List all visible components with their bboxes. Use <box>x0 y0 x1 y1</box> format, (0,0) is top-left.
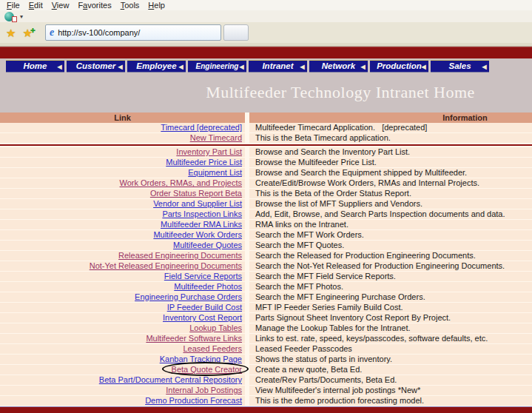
toolbar: ▾ <box>0 10 532 22</box>
table-row: Kanban Tracking PageShows the status of … <box>0 355 532 365</box>
add-favorite-icon[interactable]: ★✚ <box>22 27 32 38</box>
row-link-cell: Multifeeder Software Links <box>0 334 245 344</box>
link-beta-part-document-central-repository[interactable]: Beta Part/Document Central Repository <box>99 375 242 384</box>
nav-employee[interactable]: Employee◄ <box>127 60 186 72</box>
row-info: Manage the Lookup Tables for the Intrane… <box>249 323 532 334</box>
table-row: Multifeeder Software LinksLinks to est. … <box>0 334 532 344</box>
row-info: Multifeeder Timecard Application. [depre… <box>249 123 532 133</box>
url-text[interactable]: http://sv-100/company/ <box>58 28 140 37</box>
link-parts-inspection-links[interactable]: Parts Inspection Links <box>162 209 242 218</box>
table-row: Inventory Cost ReportParts Signout Sheet… <box>0 313 532 323</box>
page-badge-icon <box>12 16 17 22</box>
nav-sales[interactable]: Sales◄ <box>431 60 489 72</box>
row-link-cell: Leased Feeders <box>0 344 245 355</box>
dropdown-caret-icon[interactable]: ▾ <box>20 13 23 20</box>
page-content: Home◄Customer◄Employee◄Engineering◄Intra… <box>0 47 532 413</box>
row-info: Search the MFT Photos. <box>249 282 532 292</box>
table-row: Leased FeedersLeased Feeder Passcodes <box>0 344 532 355</box>
row-link-cell: Engineering Purchase Orders <box>0 292 245 303</box>
menu-bar: FileEditViewFavoritesToolsHelp <box>0 0 532 10</box>
menu-help[interactable]: Help <box>144 0 169 10</box>
address-row: ★ ★✚ e http://sv-100/company/ <box>0 22 532 43</box>
row-link-cell: Parts Inspection Links <box>0 209 245 220</box>
table-row: Equipment ListBrowse and Search the Equi… <box>0 168 532 178</box>
link-multifeeder-work-orders[interactable]: Multifeeder Work Orders <box>153 230 242 239</box>
link-inventory-cost-report[interactable]: Inventory Cost Report <box>163 313 242 322</box>
menu-tools[interactable]: Tools <box>116 0 144 10</box>
link-kanban-tracking-page[interactable]: Kanban Tracking Page <box>160 355 242 363</box>
link-not-yet-released-engineering-documents[interactable]: Not-Yet Released Engineering Documents <box>90 261 242 270</box>
table-row: Order Status Report BetaThis is the Beta… <box>0 189 532 199</box>
link-multifeeder-quotes[interactable]: Multifeeder Quotes <box>173 241 242 249</box>
table-row: Timecard [deprecated]Multifeeder Timecar… <box>0 123 532 133</box>
nav-label: Sales <box>448 61 471 72</box>
row-info: Create a new quote, Beta Ed. <box>249 365 532 375</box>
nav-intranet[interactable]: Intranet◄ <box>249 60 307 72</box>
row-link-cell: IP Feeder Build Cost <box>0 303 245 313</box>
link-beta-quote-creator[interactable]: Beta Quote Creator <box>172 365 242 374</box>
row-info: Links to est. rate, speed, keys/passcode… <box>249 334 532 344</box>
link-multifeeder-software-links[interactable]: Multifeeder Software Links <box>146 334 242 343</box>
link-leased-feeders[interactable]: Leased Feeders <box>183 344 243 353</box>
table-row: Multifeeder Price ListBrowse the Multife… <box>0 158 532 168</box>
favorites-star-icon[interactable]: ★ <box>6 27 16 38</box>
link-engineering-purchase-orders[interactable]: Engineering Purchase Orders <box>135 292 242 301</box>
page-title: Multifeeder Technology Intranet Home <box>0 73 532 102</box>
table-row: Inventory Part ListBrowse and Search the… <box>0 147 532 158</box>
link-order-status-report-beta[interactable]: Order Status Report Beta <box>150 189 242 198</box>
link-internal-job-postings[interactable]: Internal Job Postings <box>166 386 242 394</box>
row-info: This is the demo production forecasting … <box>249 396 532 406</box>
link-field-service-reports[interactable]: Field Service Reports <box>164 272 242 281</box>
menu-view[interactable]: View <box>47 0 74 10</box>
row-link-cell: Beta Quote Creator <box>0 365 245 375</box>
top-banner <box>0 47 532 58</box>
table-row: Vendor and Supplier ListBrowse the list … <box>0 199 532 209</box>
table-row: Work Orders, RMAs, and ProjectsCreate/Ed… <box>0 178 532 189</box>
link-demo-production-forecast[interactable]: Demo Production Forecast <box>145 396 242 405</box>
link-timecard-deprecated[interactable]: Timecard [deprecated] <box>161 123 242 132</box>
table-row: IP Feeder Build CostMFT IP Feeder Series… <box>0 303 532 313</box>
nav-engineering[interactable]: Engineering◄ <box>188 60 246 72</box>
row-link-cell: Timecard [deprecated] <box>0 123 245 133</box>
nav-label: Network <box>322 61 355 72</box>
row-link-cell: Multifeeder Photos <box>0 282 245 292</box>
link-equipment-list[interactable]: Equipment List <box>188 168 242 177</box>
row-info: Leased Feeder Passcodes <box>249 344 532 355</box>
link-multifeeder-rma-links[interactable]: Multifeeder RMA Links <box>161 220 242 229</box>
menu-edit[interactable]: Edit <box>24 0 47 10</box>
row-info: Create/Rev Parts/Documents, Beta Ed. <box>249 375 532 386</box>
address-bar[interactable]: e http://sv-100/company/ <box>45 24 221 41</box>
new-tab-button[interactable] <box>223 24 249 41</box>
row-link-cell: Demo Production Forecast <box>0 396 245 406</box>
row-info: Search the MFT Work Orders. <box>249 230 532 241</box>
link-vendor-and-supplier-list[interactable]: Vendor and Supplier List <box>153 199 242 208</box>
table-row: Parts Inspection LinksAdd, Edit, Browse,… <box>0 209 532 220</box>
left-arrow-icon: ◄ <box>55 61 64 72</box>
link-new-timecard[interactable]: New Timecard <box>190 133 242 142</box>
page-icon-button[interactable] <box>4 12 16 21</box>
link-inventory-part-list[interactable]: Inventory Part List <box>176 147 242 156</box>
menu-file[interactable]: File <box>2 0 24 10</box>
nav-label: Home <box>24 61 47 72</box>
row-info: RMA links on the Intranet. <box>249 220 532 230</box>
nav-home[interactable]: Home◄ <box>6 60 64 72</box>
nav-network[interactable]: Network◄ <box>309 60 368 72</box>
plus-icon: ✚ <box>30 25 36 36</box>
menu-favorites[interactable]: Favorites <box>73 0 115 10</box>
left-arrow-icon: ◄ <box>238 61 246 72</box>
nav-customer[interactable]: Customer◄ <box>67 60 125 72</box>
left-arrow-icon: ◄ <box>298 61 306 72</box>
link-multifeeder-photos[interactable]: Multifeeder Photos <box>174 282 242 291</box>
row-info: Search the MFT Engineering Purchase Orde… <box>249 292 532 303</box>
link-work-orders-rmas-and-projects[interactable]: Work Orders, RMAs, and Projects <box>120 178 242 187</box>
nav-label: Engineering <box>196 61 239 72</box>
row-info: Browse the Multifeeder Price List. <box>249 158 532 168</box>
link-lookup-tables[interactable]: Lookup Tables <box>189 323 242 332</box>
nav-production[interactable]: Production◄ <box>370 60 428 72</box>
link-ip-feeder-build-cost[interactable]: IP Feeder Build Cost <box>167 303 242 312</box>
row-link-cell: Vendor and Supplier List <box>0 199 245 209</box>
link-released-engineering-documents[interactable]: Released Engineering Documents <box>118 251 242 260</box>
link-multifeeder-price-list[interactable]: Multifeeder Price List <box>166 158 242 167</box>
browser-window: FileEditViewFavoritesToolsHelp ▾ ★ ★✚ e … <box>0 0 532 413</box>
row-info: Shows the status of parts in inventory. <box>249 355 532 365</box>
